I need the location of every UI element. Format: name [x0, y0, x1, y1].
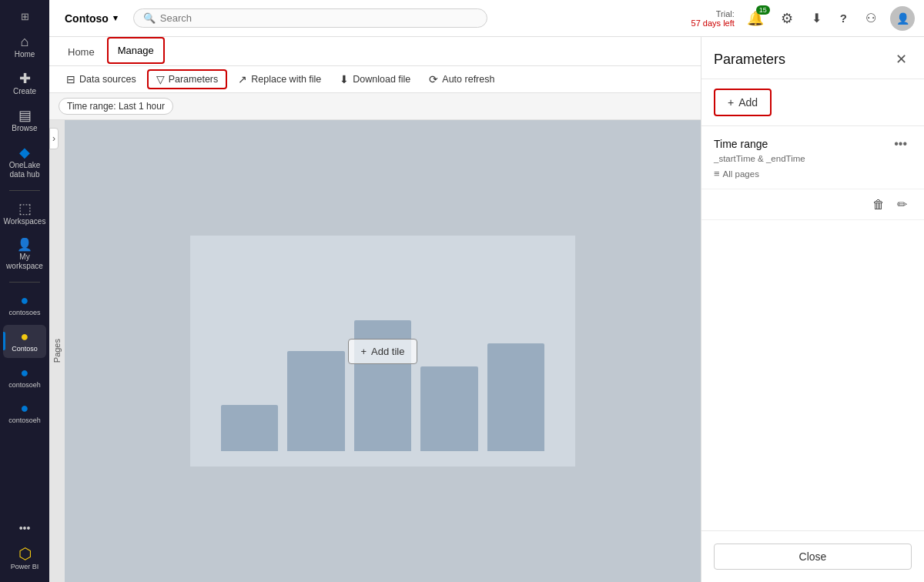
param-edit-button[interactable]: ✏	[892, 194, 912, 215]
time-range-filter[interactable]: Time range: Last 1 hour	[59, 98, 173, 115]
data-sources-label: Data sources	[79, 74, 136, 85]
topbar-right: Trial: 57 days left 🔔 15 ⚙ ⬇ ? ⚇ 👤	[691, 6, 915, 31]
param-more-button[interactable]: •••	[889, 135, 912, 152]
download-file-button[interactable]: ⬇ Download file	[332, 69, 418, 89]
close-panel-button[interactable]: Close	[714, 544, 912, 570]
autorefresh-icon: ⟳	[429, 73, 438, 85]
sidebar-item-powerbi[interactable]: ⬡ Power BI	[3, 541, 46, 576]
sidebar-item-workspaces[interactable]: ⬚ Workspaces	[3, 197, 46, 231]
trial-line1: Trial:	[691, 9, 735, 18]
tab-manage[interactable]: Manage	[107, 37, 165, 64]
sidebar-item-label: Create	[13, 87, 36, 96]
chevron-down-icon: ▾	[113, 13, 118, 23]
param-pages: ≡ All pages	[714, 168, 912, 179]
pages-icon: ≡	[714, 168, 720, 179]
sidebar-item-label: contosoeh	[8, 381, 41, 390]
panel-close-button[interactable]: ✕	[891, 49, 912, 69]
canvas-area: + Add tile	[65, 120, 701, 582]
report-canvas: + Add tile	[190, 236, 575, 467]
sidebar-divider-2	[9, 282, 40, 283]
sidebar-item-label: Myworkspace	[6, 253, 43, 271]
bar-chart	[206, 297, 560, 451]
ribbon-tabs: Home Manage	[49, 37, 701, 66]
sidebar-item-label: contosoeh	[8, 416, 41, 425]
sidebar-item-label: Browse	[12, 124, 37, 133]
bar-1	[221, 405, 278, 451]
sidebar-item-label: Home	[15, 50, 35, 59]
contoso-icon: ●	[21, 329, 29, 343]
myworkspace-icon: 👤	[17, 239, 32, 251]
sidebar-item-onelake[interactable]: ◆ OneLakedata hub	[3, 141, 46, 184]
add-btn-container: + Add	[701, 79, 924, 126]
pages-collapse-tab[interactable]: Pages ›	[49, 120, 65, 582]
sidebar-item-label: Contoso	[12, 345, 38, 353]
add-tile-plus-icon: +	[361, 346, 367, 357]
param-actions: 🗑 ✏	[701, 189, 924, 220]
sidebar-bottom: ••• ⬡ Power BI	[3, 518, 46, 576]
powerbi-icon: ⬡	[18, 546, 32, 561]
add-label: Add	[738, 96, 758, 109]
datasources-icon: ⊟	[66, 73, 75, 85]
download-button[interactable]: ⬇	[807, 8, 826, 28]
sidebar-item-label: OneLakedata hub	[9, 161, 41, 179]
share-button[interactable]: ⚇	[861, 8, 881, 28]
auto-refresh-button[interactable]: ⟳ Auto refresh	[421, 69, 502, 89]
create-icon: ✚	[19, 72, 31, 85]
sidebar-item-contosoes[interactable]: ● contosoes	[3, 289, 46, 322]
contosoes-icon: ●	[21, 293, 29, 307]
more-icon: •••	[19, 523, 31, 534]
sidebar-item-myworkspace[interactable]: 👤 Myworkspace	[3, 234, 46, 276]
sidebar-item-more[interactable]: •••	[3, 518, 46, 538]
data-sources-button[interactable]: ⊟ Data sources	[59, 69, 144, 89]
toolbar: ⊟ Data sources ▽ Parameters ↗ Replace wi…	[49, 66, 701, 93]
parameters-label: Parameters	[169, 74, 219, 85]
sidebar: ⊞ ⌂ Home ✚ Create ▤ Browse ◆ OneLakedata…	[0, 0, 49, 582]
autorefresh-label: Auto refresh	[442, 74, 494, 85]
pages-tab-text: Pages	[52, 339, 62, 363]
avatar-button[interactable]: 👤	[890, 6, 915, 31]
help-button[interactable]: ?	[835, 8, 852, 28]
replace-icon: ↗	[238, 73, 247, 85]
onelake-icon: ◆	[19, 146, 30, 159]
sidebar-item-contosoeh2[interactable]: ● contosoeh	[3, 396, 46, 430]
sidebar-item-home[interactable]: ⌂ Home	[3, 30, 46, 64]
main-area: Contoso ▾ 🔍 Trial: 57 days left 🔔 15 ⚙ ⬇…	[49, 0, 924, 582]
app-name: Contoso	[65, 12, 109, 25]
report-area: Home Manage ⊟ Data sources ▽ Parameters …	[49, 37, 701, 582]
notification-button[interactable]: 🔔 15	[744, 7, 767, 30]
settings-button[interactable]: ⚙	[776, 7, 798, 30]
param-delete-button[interactable]: 🗑	[868, 194, 889, 215]
panel-footer: Close	[701, 530, 924, 582]
add-parameter-button[interactable]: + Add	[714, 89, 772, 116]
sidebar-divider	[9, 190, 40, 191]
app-logo[interactable]: Contoso ▾	[59, 9, 124, 28]
trial-line2: 57 days left	[691, 18, 735, 28]
add-plus-icon: +	[728, 96, 734, 109]
contosoeh2-icon: ●	[21, 401, 29, 415]
avatar-icon: 👤	[896, 12, 909, 25]
add-tile-button[interactable]: + Add tile	[348, 339, 418, 364]
apps-icon[interactable]: ⊞	[16, 6, 34, 27]
search-input[interactable]	[160, 12, 477, 24]
content-wrapper: Home Manage ⊟ Data sources ▽ Parameters …	[49, 37, 924, 582]
workspaces-icon: ⬚	[18, 202, 32, 216]
parameters-icon: ▽	[156, 73, 165, 85]
panel-title: Parameters	[714, 52, 785, 68]
bar-2	[287, 351, 344, 451]
search-bar[interactable]: 🔍	[133, 8, 487, 28]
tab-home[interactable]: Home	[59, 40, 104, 65]
browse-icon: ▤	[18, 109, 32, 122]
sidebar-item-contosoeh1[interactable]: ● contosoeh	[3, 361, 46, 394]
download-file-icon: ⬇	[340, 73, 349, 85]
bar-5	[487, 343, 544, 451]
sidebar-item-contoso[interactable]: ● Contoso	[3, 325, 46, 358]
home-icon: ⌂	[21, 35, 29, 48]
sidebar-item-browse[interactable]: ▤ Browse	[3, 104, 46, 138]
powerbi-label: Power BI	[11, 563, 39, 571]
pages-expand-btn[interactable]: ›	[49, 128, 59, 149]
sidebar-item-create[interactable]: ✚ Create	[3, 67, 46, 101]
download-label: Download file	[353, 74, 410, 85]
replace-file-button[interactable]: ↗ Replace with file	[230, 69, 329, 89]
param-pages-label: All pages	[723, 169, 759, 179]
parameters-button[interactable]: ▽ Parameters	[147, 69, 228, 89]
